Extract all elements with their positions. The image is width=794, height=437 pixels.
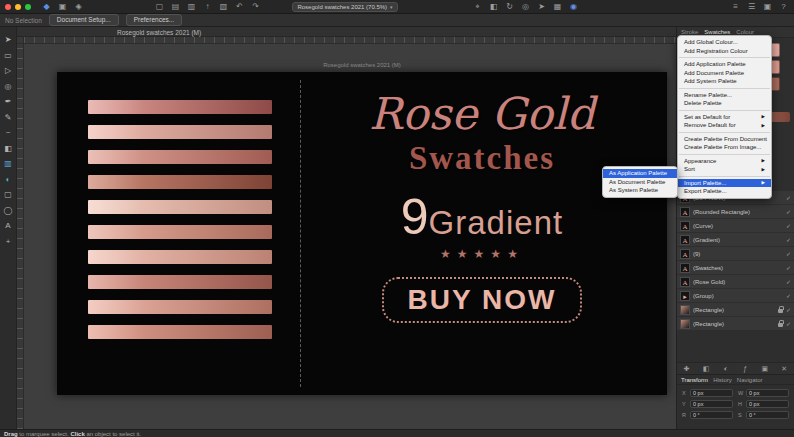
- layer-visibility-check[interactable]: ✓: [786, 236, 791, 243]
- layer-effects-icon[interactable]: ƒ: [740, 363, 751, 375]
- persona-pixel-icon[interactable]: ▣: [57, 0, 68, 13]
- layer-visibility-check[interactable]: ✓: [786, 278, 791, 285]
- layer-visibility-check[interactable]: ✓: [786, 194, 791, 201]
- save-document-icon[interactable]: ▥: [186, 0, 197, 13]
- ellipse-tool-icon[interactable]: ◯: [2, 205, 15, 216]
- undo-icon[interactable]: ↶: [234, 0, 245, 13]
- gradient-tool-icon[interactable]: ▥: [2, 158, 15, 169]
- transform-field-input[interactable]: 0 °: [746, 411, 789, 419]
- menu-item-add-application-palette[interactable]: Add Application Palette: [678, 60, 771, 69]
- layer-row[interactable]: A(Rounded Rectangle)✓: [677, 205, 794, 218]
- adjustment-layer-icon[interactable]: ◐: [720, 363, 731, 375]
- text-layer-icon: A: [680, 221, 690, 231]
- transform-field-input[interactable]: 0 px: [690, 400, 733, 408]
- zoom-tool-icon[interactable]: ◎: [2, 81, 15, 92]
- colour-picker-tool-icon[interactable]: +: [2, 236, 15, 247]
- document-tab[interactable]: Rosegold swatches 2021 (M): [117, 29, 201, 36]
- help-icon[interactable]: ?: [778, 0, 789, 13]
- menu-item-sort[interactable]: Sort▶: [678, 165, 771, 174]
- zoom-icon[interactable]: ◎: [520, 0, 531, 13]
- transform-field-input[interactable]: 0 px: [690, 389, 733, 397]
- menu-item-import-palette[interactable]: Import Palette...▶: [678, 179, 771, 188]
- delete-layer-icon[interactable]: ✕: [779, 363, 790, 375]
- submenu-item-as-application-palette[interactable]: As Application Palette: [603, 169, 677, 178]
- transform-tab-history[interactable]: History: [713, 377, 732, 383]
- layer-row[interactable]: ▸(Group)✓: [677, 289, 794, 302]
- move-tool-icon[interactable]: ➤: [2, 34, 15, 45]
- transform-field-input[interactable]: 0 px: [746, 389, 789, 397]
- layer-visibility-check[interactable]: ✓: [786, 292, 791, 299]
- menu-item-add-global-colour[interactable]: Add Global Colour...: [678, 38, 771, 47]
- brush-tool-icon[interactable]: ~: [2, 127, 15, 138]
- menu-item-add-document-palette[interactable]: Add Document Palette: [678, 69, 771, 78]
- menu-item-rename-palette[interactable]: Rename Palette...: [678, 91, 771, 100]
- menu-item-set-as-default-for[interactable]: Set as Default for▶: [678, 113, 771, 122]
- preferences-button[interactable]: Preferences...: [126, 14, 182, 26]
- layer-row[interactable]: (Rectangle)✓: [677, 303, 794, 316]
- pencil-tool-icon[interactable]: ✎: [2, 112, 15, 123]
- redo-icon[interactable]: ↷: [250, 0, 261, 13]
- snapping-icon[interactable]: ⌖: [472, 0, 483, 13]
- new-document-icon[interactable]: ▢: [154, 0, 165, 13]
- export-icon[interactable]: ↑: [202, 0, 213, 13]
- layer-row[interactable]: A(Rose Gold)✓: [677, 275, 794, 288]
- swatch-bar: [88, 100, 272, 114]
- panel-toggle-icon[interactable]: ▣: [762, 0, 773, 13]
- grid-icon[interactable]: ▦: [552, 0, 563, 13]
- document-setup-button[interactable]: Document Setup...: [49, 14, 119, 26]
- transform-field-input[interactable]: 0 px: [746, 400, 789, 408]
- hamburger-menu-icon[interactable]: ☰: [746, 0, 757, 13]
- close-window-button[interactable]: [5, 4, 11, 10]
- submenu-item-as-document-palette[interactable]: As Document Palette: [603, 178, 677, 187]
- place-image-icon[interactable]: ▧: [218, 0, 229, 13]
- menu-item-create-palette-from-document[interactable]: Create Palette From Document: [678, 135, 771, 144]
- text-tool-icon[interactable]: A: [2, 220, 15, 231]
- layer-visibility-check[interactable]: ✓: [786, 222, 791, 229]
- rotate-icon[interactable]: ↻: [504, 0, 515, 13]
- open-document-icon[interactable]: ▤: [170, 0, 181, 13]
- pen-tool-icon[interactable]: ✒: [2, 96, 15, 107]
- layer-row[interactable]: (Rectangle)✓: [677, 317, 794, 330]
- submenu-item-as-system-palette[interactable]: As System Palette: [603, 186, 677, 195]
- menu-item-delete-palette[interactable]: Delete Palette: [678, 99, 771, 108]
- separator-toggle-icon[interactable]: ≡: [730, 0, 741, 13]
- menu-item-label: Create Palette From Document: [684, 136, 767, 142]
- menu-item-appearance[interactable]: Appearance▶: [678, 157, 771, 166]
- layer-visibility-check[interactable]: ✓: [786, 264, 791, 271]
- transform-field-label: R: [682, 412, 688, 418]
- zoom-window-button[interactable]: [25, 4, 31, 10]
- layer-row[interactable]: A(Swatches)✓: [677, 261, 794, 274]
- mask-layer-icon[interactable]: ◧: [701, 363, 712, 375]
- menu-item-remove-default-for[interactable]: Remove Default for▶: [678, 121, 771, 130]
- transform-field-input[interactable]: 0 °: [690, 411, 733, 419]
- menu-item-export-palette[interactable]: Export Palette...: [678, 187, 771, 196]
- layer-row[interactable]: A(Gradient)✓: [677, 233, 794, 246]
- fill-tool-icon[interactable]: ◧: [2, 143, 15, 154]
- menu-item-create-palette-from-image[interactable]: Create Palette From Image...: [678, 143, 771, 152]
- colour-sync-icon[interactable]: ◉: [568, 0, 579, 13]
- add-layer-icon[interactable]: ✚: [681, 363, 692, 375]
- persona-export-icon[interactable]: ◈: [73, 0, 84, 13]
- swatch-bar: [88, 250, 272, 264]
- layer-visibility-check[interactable]: ✓: [786, 320, 791, 327]
- artboard-tool-icon[interactable]: ▭: [2, 50, 15, 61]
- pointer-icon[interactable]: ➤: [536, 0, 547, 13]
- rectangle-tool-icon[interactable]: ▢: [2, 189, 15, 200]
- transform-tab-navigator[interactable]: Navigator: [737, 377, 763, 383]
- menu-item-add-system-palette[interactable]: Add System Palette: [678, 77, 771, 86]
- document-title-dropdown[interactable]: Rosegold swatches 2021 (70.5%) ▾: [292, 2, 398, 12]
- transparency-tool-icon[interactable]: ◐: [2, 174, 15, 185]
- layer-visibility-check[interactable]: ✓: [786, 250, 791, 257]
- persona-designer-icon[interactable]: ◆: [41, 0, 52, 13]
- menu-item-add-registration-colour[interactable]: Add Registration Colour: [678, 47, 771, 56]
- minimize-window-button[interactable]: [15, 4, 21, 10]
- transform-tab-transform[interactable]: Transform: [681, 377, 708, 383]
- fold-divider-line: [300, 80, 301, 387]
- layer-visibility-check[interactable]: ✓: [786, 306, 791, 313]
- transform-origin-icon[interactable]: ◧: [488, 0, 499, 13]
- layer-row[interactable]: A(9)✓: [677, 247, 794, 260]
- layer-row[interactable]: A(Curve)✓: [677, 219, 794, 232]
- group-layers-icon[interactable]: ▣: [759, 363, 770, 375]
- node-tool-icon[interactable]: ▷: [2, 65, 15, 76]
- layer-visibility-check[interactable]: ✓: [786, 208, 791, 215]
